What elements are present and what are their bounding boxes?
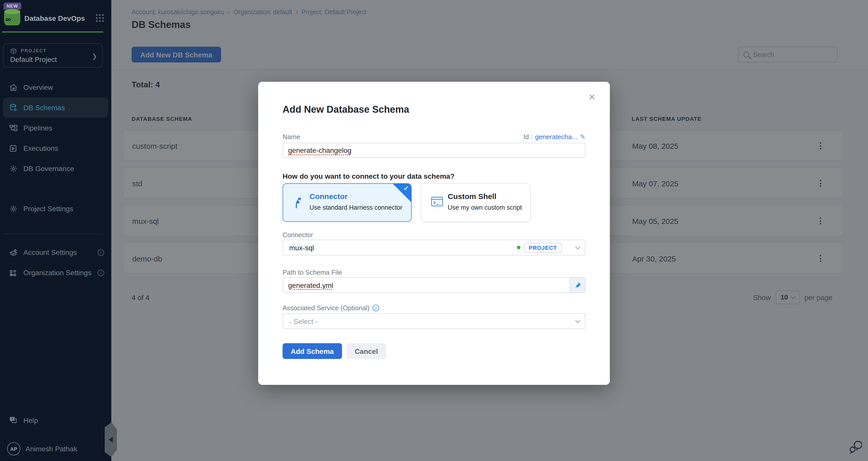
close-icon[interactable]: ✕ bbox=[588, 92, 596, 103]
help-chat-icon: ? bbox=[9, 416, 18, 425]
schema-id-row: Id : generatecha... ✎ bbox=[523, 133, 585, 141]
sidebar-item-pipelines[interactable]: Pipelines bbox=[0, 118, 111, 138]
avatar: AP bbox=[7, 442, 20, 455]
sidebar-item-executions[interactable]: Executions bbox=[0, 138, 111, 158]
app-logo-icon: ∞ bbox=[4, 10, 20, 25]
svg-text:?: ? bbox=[11, 417, 13, 421]
add-schema-modal: ✕ Add New Database Schema Name Id : gene… bbox=[258, 82, 610, 385]
path-label: Path to Schema File bbox=[283, 269, 342, 276]
sidebar-collapse-handle[interactable] bbox=[105, 422, 117, 457]
cube-icon bbox=[10, 48, 17, 54]
connector-label: Connector bbox=[283, 231, 313, 239]
project-selector[interactable]: PROJECT Default Project ❯ bbox=[3, 43, 103, 68]
sidebar-divider bbox=[4, 234, 103, 234]
sidebar-nav: Overview DB Schemas Pipelines Executions… bbox=[0, 77, 111, 219]
sidebar-nav-secondary: Account Settings i Organization Settings… bbox=[0, 242, 111, 283]
info-icon[interactable]: i bbox=[373, 305, 379, 311]
modal-title: Add New Database Schema bbox=[283, 104, 409, 115]
pipelines-icon bbox=[9, 123, 18, 133]
status-dot bbox=[517, 246, 520, 249]
app-switcher-icon[interactable] bbox=[96, 14, 104, 22]
check-icon: ✓ bbox=[404, 185, 409, 192]
terminal-icon bbox=[430, 195, 444, 208]
info-icon[interactable]: i bbox=[98, 249, 104, 256]
connector-branch-icon bbox=[292, 196, 304, 209]
option-card-custom-shell[interactable]: Custom Shell Use my own custom script bbox=[421, 183, 531, 222]
brand-accent-line bbox=[2, 31, 103, 32]
db-schema-icon bbox=[9, 103, 18, 112]
pin-icon[interactable] bbox=[570, 278, 585, 292]
governance-gear-icon bbox=[9, 164, 18, 173]
user-menu[interactable]: AP Animesh Pathak bbox=[0, 439, 111, 459]
modal-actions: Add Schema Cancel bbox=[283, 343, 386, 359]
sidebar-item-project-settings[interactable]: Project Settings bbox=[0, 199, 111, 219]
settings-gear-icon bbox=[9, 204, 18, 213]
scope-badge: PROJECT bbox=[524, 242, 562, 253]
chevron-down-icon bbox=[575, 244, 580, 249]
project-label: PROJECT bbox=[21, 48, 47, 53]
connector-select[interactable]: mux-sql PROJECT bbox=[283, 240, 585, 255]
org-gear-icon bbox=[9, 268, 18, 277]
sidebar-item-db-governance[interactable]: DB Governance bbox=[0, 158, 111, 179]
home-icon bbox=[9, 83, 18, 92]
option-card-connector[interactable]: ✓ Connector Use standard Harness connect… bbox=[283, 183, 412, 222]
add-schema-button[interactable]: Add Schema bbox=[283, 343, 342, 359]
service-select[interactable]: - Select - bbox=[283, 313, 585, 329]
sidebar-item-organization-settings[interactable]: Organization Settings i bbox=[0, 262, 111, 283]
sidebar-item-overview[interactable]: Overview bbox=[0, 77, 111, 97]
info-icon[interactable]: i bbox=[98, 269, 104, 276]
user-name: Animesh Pathak bbox=[25, 445, 77, 453]
cancel-button[interactable]: Cancel bbox=[347, 343, 386, 359]
path-input[interactable]: generated.yml bbox=[283, 277, 585, 293]
new-badge: NEW bbox=[4, 3, 21, 10]
schema-id-link[interactable]: generatecha... bbox=[535, 133, 577, 141]
chevron-right-icon: ❯ bbox=[92, 53, 97, 60]
executions-icon bbox=[9, 144, 18, 153]
edit-pencil-icon[interactable]: ✎ bbox=[580, 133, 585, 141]
name-input[interactable]: generate-changelog bbox=[283, 143, 585, 158]
layers-gear-icon bbox=[9, 248, 18, 257]
name-label: Name bbox=[283, 133, 300, 141]
service-label-row: Associated Service (Optional) i bbox=[283, 304, 379, 312]
help-button[interactable]: ? Help bbox=[0, 410, 111, 431]
chat-widget-icon[interactable] bbox=[849, 441, 862, 454]
sidebar-item-db-schemas[interactable]: DB Schemas bbox=[3, 97, 108, 118]
sidebar-item-account-settings[interactable]: Account Settings i bbox=[0, 242, 111, 262]
project-name: Default Project bbox=[10, 55, 57, 63]
collapse-left-icon bbox=[109, 437, 113, 443]
chevron-down-icon bbox=[575, 318, 580, 323]
connection-question: How do you want to connect to your data … bbox=[283, 172, 455, 180]
app-title: Database DevOps bbox=[24, 14, 85, 22]
sidebar: NEW ∞ Database DevOps PROJECT Default Pr… bbox=[0, 0, 111, 461]
